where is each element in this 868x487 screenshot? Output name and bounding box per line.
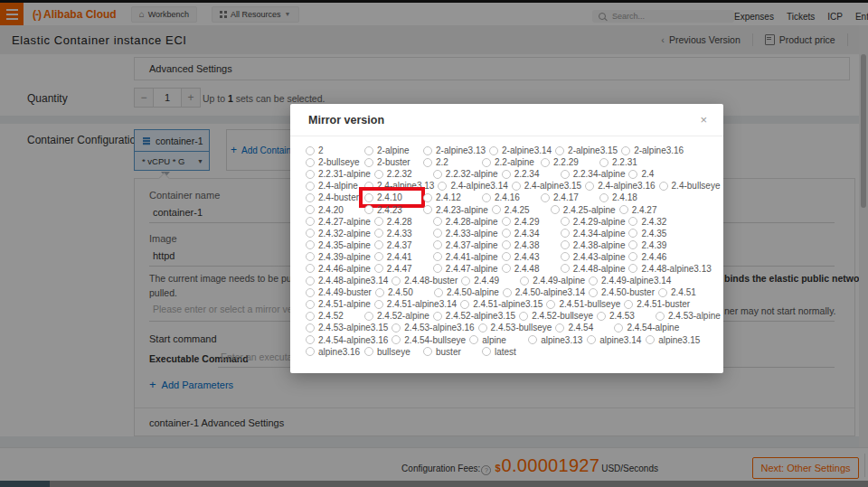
mirror-version-option[interactable]: 2 [306,145,361,155]
mirror-version-option[interactable]: 2.4-alpine3.13 [364,181,434,191]
mirror-version-option[interactable]: alpine3.16 [306,347,361,357]
mirror-version-option[interactable]: 2.4.25-alpine [551,205,616,215]
mirror-version-option[interactable]: 2.4.32-alpine [306,229,371,239]
mirror-version-option[interactable]: 2.4-alpine3.15 [512,181,581,191]
mirror-version-option[interactable]: 2.4.37-alpine [433,240,498,250]
close-icon[interactable]: × [700,114,707,126]
mirror-version-option[interactable]: 2.4.29 [502,217,557,227]
mirror-version-option[interactable]: 2.4.54 [555,323,610,332]
mirror-version-option[interactable]: 2.4-alpine [306,181,361,191]
mirror-version-option[interactable]: 2.4.54-alpine3.16 [306,335,388,345]
mirror-version-option[interactable]: 2.2-alpine [482,157,537,167]
mirror-version-option[interactable]: 2-bullseye [306,157,361,167]
mirror-version-option[interactable]: 2.4.35-alpine [306,240,371,250]
mirror-version-option[interactable]: 2.4.46 [628,252,684,262]
mirror-version-option[interactable]: 2.4.23-alpine [423,205,488,215]
mirror-version-option[interactable]: 2.4.39-alpine [306,252,371,262]
mirror-version-option[interactable]: 2.4.52-alpine3.15 [433,311,515,321]
mirror-version-option[interactable]: 2.4.48 [502,264,557,274]
mirror-version-option[interactable]: 2.4.53 [597,311,652,321]
mirror-version-option[interactable]: 2.4.38-alpine [561,240,626,250]
mirror-version-option[interactable]: 2.4.49-alpine [520,276,585,286]
mirror-version-option[interactable]: 2.4.53-bullseye [478,323,552,332]
mirror-version-option[interactable]: 2.4.49-alpine3.14 [589,276,671,286]
mirror-version-option[interactable]: 2.4.47-alpine [433,264,498,274]
mirror-version-option[interactable]: 2.4.43 [502,252,557,262]
mirror-version-option[interactable]: 2.4.51-alpine3.14 [374,299,457,309]
mirror-version-option[interactable]: 2.4.48-alpine3.14 [306,276,388,286]
mirror-version-option[interactable]: 2.2.31-alpine [306,169,371,179]
mirror-version-option[interactable]: 2.4.20 [306,205,361,215]
mirror-version-option[interactable]: 2.4.51-alpine3.15 [460,299,542,309]
mirror-version-option[interactable]: 2.4.25 [492,205,547,215]
mirror-version-option[interactable]: 2.4.34-alpine [561,229,626,239]
mirror-version-option[interactable]: 2.4.43-alpine [561,252,626,262]
mirror-version-option[interactable]: 2.4.49 [461,276,516,286]
mirror-version-option[interactable]: 2.4-alpine3.14 [438,181,507,191]
mirror-version-option[interactable]: 2-alpine [364,145,420,155]
mirror-version-option[interactable]: 2.4.28 [374,217,429,227]
mirror-version-option[interactable]: alpine [469,335,524,345]
mirror-version-option[interactable]: 2-alpine3.14 [489,145,552,155]
mirror-version-option[interactable]: 2-alpine3.15 [555,145,618,155]
mirror-version-option[interactable]: 2.2.32-alpine [433,169,498,179]
mirror-version-option[interactable]: 2.4-bullseye [659,181,721,191]
mirror-version-option[interactable]: 2.4.29-alpine [561,217,626,227]
mirror-version-option[interactable]: 2.4.32 [628,217,684,227]
mirror-version-option[interactable]: 2.4.50-alpine [434,287,499,297]
mirror-version-option[interactable]: 2.4 [628,169,684,179]
mirror-version-option[interactable]: 2.4.39 [628,240,684,250]
mirror-version-option[interactable]: alpine3.14 [587,335,642,345]
mirror-version-option[interactable]: 2-buster [364,157,420,167]
mirror-version-option[interactable]: 2.4.38 [502,240,557,250]
mirror-version-option[interactable]: 2.2.29 [541,157,596,167]
mirror-version-option[interactable]: 2-alpine3.16 [621,145,684,155]
mirror-version-option[interactable]: 2.4.50 [375,287,430,297]
mirror-version-option[interactable]: 2.4.27-alpine [306,217,371,227]
mirror-version-option[interactable]: 2.2.34 [502,169,557,179]
mirror-version-option[interactable]: 2.4.18 [599,192,655,202]
mirror-version-option[interactable]: 2.4.16 [482,192,537,202]
mirror-version-option[interactable]: 2.4.54-alpine [614,323,679,332]
mirror-version-option[interactable]: 2.4.48-alpine3.13 [628,264,711,274]
mirror-version-option[interactable]: 2.4.51-alpine [306,299,371,309]
mirror-version-option[interactable]: 2.4.48-alpine [561,264,626,274]
mirror-version-option[interactable]: 2.2.34-alpine [561,169,626,179]
mirror-version-option[interactable]: 2.4.17 [541,192,596,202]
mirror-version-option[interactable]: 2.4.41-alpine [433,252,498,262]
mirror-version-option[interactable]: latest [482,347,537,357]
mirror-version-option[interactable]: 2.4.47 [374,264,429,274]
mirror-version-option[interactable]: 2.4-alpine3.16 [585,181,655,191]
mirror-version-option[interactable]: 2.4.52 [306,311,361,321]
mirror-version-option[interactable]: 2.4.52-alpine [364,311,429,321]
mirror-version-option[interactable]: 2.4.53-alpine3.15 [306,323,388,332]
mirror-version-option[interactable]: 2.4.34 [502,229,557,239]
mirror-version-option[interactable]: 2.4.51 [658,287,713,297]
mirror-version-option[interactable]: 2.4.35 [628,229,684,239]
mirror-version-option[interactable]: 2.4.49-buster [306,287,372,297]
mirror-version-option[interactable]: 2.2.31 [599,157,655,167]
mirror-version-option[interactable]: 2.4.54-bullseye [392,335,466,345]
mirror-version-option[interactable]: 2.4.48-buster [392,276,458,286]
mirror-version-option[interactable]: bullseye [364,347,420,357]
mirror-version-option[interactable]: alpine3.13 [528,335,583,345]
mirror-version-option[interactable]: 2.4.23 [364,205,420,215]
mirror-version-option[interactable]: 2.4.53-alpine [656,311,721,321]
mirror-version-option[interactable]: 2.4.33 [374,229,429,239]
mirror-version-option[interactable]: 2.4.53-alpine3.16 [392,323,474,332]
mirror-version-option[interactable]: 2.4.27 [619,205,675,215]
mirror-version-option[interactable]: 2.2.32 [374,169,429,179]
mirror-version-option[interactable]: 2.4.28-alpine [433,217,498,227]
mirror-version-option[interactable]: 2.4.10 [364,192,420,202]
mirror-version-option[interactable]: 2-alpine3.13 [423,145,486,155]
mirror-version-option[interactable]: 2.4.37 [374,240,429,250]
mirror-version-option[interactable]: 2.2 [423,157,478,167]
mirror-version-option[interactable]: 2.4.51-bullseye [546,299,620,309]
mirror-version-option[interactable]: 2.4.50-alpine3.14 [503,287,585,297]
mirror-version-option[interactable]: buster [423,347,478,357]
mirror-version-option[interactable]: 2.4.50-buster [589,287,655,297]
mirror-version-option[interactable]: 2.4.33-alpine [433,229,498,239]
mirror-version-option[interactable]: 2.4.46-alpine [306,264,371,274]
mirror-version-option[interactable]: 2.4-buster [306,192,361,202]
mirror-version-option[interactable]: 2.4.41 [374,252,429,262]
